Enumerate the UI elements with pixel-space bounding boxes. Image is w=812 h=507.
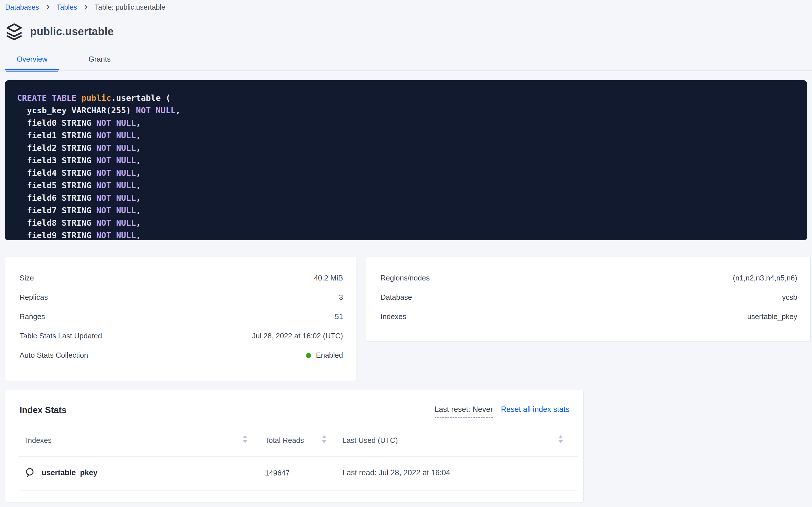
stat-label: Table Stats Last Updated — [19, 332, 102, 340]
stat-value: 40.2 MiB — [314, 274, 343, 282]
stat-row-ranges: Ranges 51 — [19, 307, 343, 326]
stat-label: Auto Stats Collection — [19, 351, 88, 360]
enabled-dot-icon — [306, 353, 311, 358]
stat-row-regions: Regions/nodes (n1,n2,n3,n4,n5,n6) — [380, 268, 797, 288]
stat-value: ycsb — [782, 293, 797, 302]
sql-line: field4 STRING NOT NULL, — [17, 167, 798, 179]
tabs-divider — [0, 70, 812, 71]
search-icon — [25, 467, 36, 479]
index-stats-card: Index Stats Last reset: Never Reset all … — [5, 390, 583, 503]
stat-row-indexes: Indexes usertable_pkey — [380, 307, 797, 326]
stat-row-replicas: Replicas 3 — [19, 288, 343, 307]
stat-value: (n1,n2,n3,n4,n5,n6) — [733, 274, 797, 282]
index-row-total-reads: 149647 — [265, 468, 290, 478]
sql-line: field3 STRING NOT NULL, — [17, 154, 798, 167]
column-header-last-used[interactable]: Last Used (UTC) — [342, 435, 398, 445]
column-header-total-reads[interactable]: Total Reads — [265, 435, 304, 445]
status-badge: Enabled — [306, 351, 343, 360]
table-details-page: Databases Tables Table: public.usertable… — [0, 0, 812, 507]
chevron-right-icon — [45, 3, 51, 11]
index-row-name[interactable]: usertable_pkey — [42, 467, 98, 478]
sql-line: field6 STRING NOT NULL, — [17, 191, 798, 204]
sql-line: CREATE TABLE public.usertable ( — [17, 92, 798, 104]
stat-label: Regions/nodes — [380, 274, 430, 282]
stat-label: Indexes — [380, 312, 406, 321]
stat-row-auto-stats: Auto Stats Collection Enabled — [19, 345, 343, 365]
create-statement-codeblock: CREATE TABLE public.usertable ( ycsb_key… — [5, 80, 807, 240]
index-row-last-used: Last read: Jul 28, 2022 at 16:04 — [342, 467, 450, 478]
sql-line: field9 STRING NOT NULL, — [17, 229, 798, 240]
sql-line: field2 STRING NOT NULL, — [17, 142, 798, 154]
index-stats-actions: Last reset: Never Reset all index stats — [435, 405, 569, 418]
page-header: public.usertable — [5, 23, 114, 40]
tab-grants[interactable]: Grants — [73, 53, 127, 69]
sql-line: field7 STRING NOT NULL, — [17, 204, 798, 217]
sql-line: field8 STRING NOT NULL, — [17, 217, 798, 229]
stat-label: Size — [19, 274, 34, 282]
column-header-indexes[interactable]: Indexes — [26, 435, 52, 445]
sql-line: field5 STRING NOT NULL, — [17, 179, 798, 191]
sort-icon[interactable] — [322, 435, 327, 445]
table-row-divider — [18, 491, 578, 491]
stat-value: usertable_pkey — [747, 312, 797, 321]
table-locality-card: Regions/nodes (n1,n2,n3,n4,n5,n6) Databa… — [366, 257, 811, 341]
sort-icon[interactable] — [243, 435, 248, 445]
stat-row-stats-updated: Table Stats Last Updated Jul 28, 2022 at… — [19, 326, 343, 345]
index-stats-title: Index Stats — [19, 405, 66, 415]
breadcrumb-current: Table: public.usertable — [95, 3, 166, 11]
stat-value: 3 — [339, 293, 343, 302]
tab-overview[interactable]: Overview — [5, 53, 59, 69]
table-details-card: Size 40.2 MiB Replicas 3 Ranges 51 Table… — [5, 257, 356, 381]
breadcrumb-link-tables[interactable]: Tables — [57, 3, 77, 11]
stat-label: Ranges — [19, 312, 45, 321]
sql-line: field1 STRING NOT NULL, — [17, 129, 798, 142]
sort-icon[interactable] — [558, 435, 563, 445]
stat-value: 51 — [335, 312, 343, 321]
sql-line: ycsb_key VARCHAR(255) NOT NULL, — [17, 104, 798, 117]
breadcrumb-link-databases[interactable]: Databases — [5, 3, 39, 11]
stat-value: Jul 28, 2022 at 16:02 (UTC) — [252, 332, 343, 340]
stat-row-database: Database ycsb — [380, 288, 797, 307]
reset-index-stats-link[interactable]: Reset all index stats — [501, 405, 569, 414]
page-title: public.usertable — [30, 25, 114, 38]
stat-label: Replicas — [19, 293, 48, 302]
last-reset-label[interactable]: Last reset: Never — [435, 405, 493, 418]
table-header-divider — [18, 456, 578, 456]
sql-line: field0 STRING NOT NULL, — [17, 117, 798, 129]
chevron-right-icon — [83, 3, 88, 11]
stat-label: Database — [380, 293, 412, 302]
stat-row-size: Size 40.2 MiB — [19, 268, 343, 288]
breadcrumb: Databases Tables Table: public.usertable — [5, 2, 166, 12]
stack-icon — [5, 23, 23, 40]
